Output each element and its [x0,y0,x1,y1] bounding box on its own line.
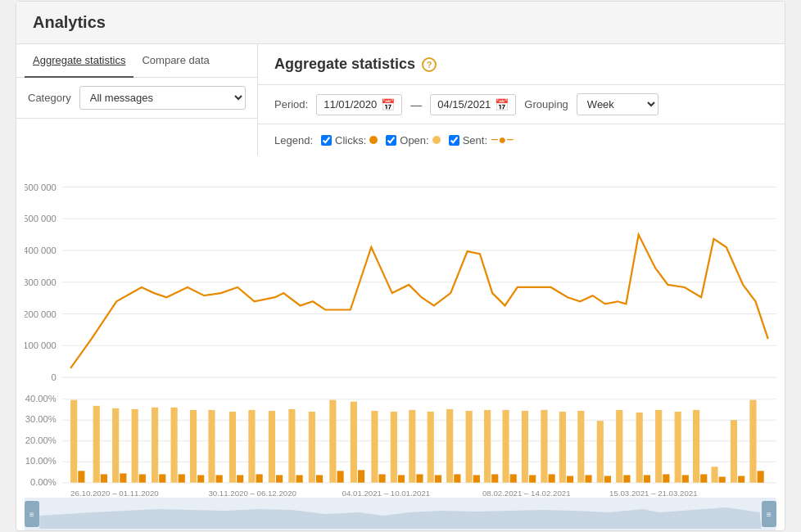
date-start-value: 11/01/2020 [324,98,377,110]
bar-open-21 [466,411,473,483]
svg-text:08.02.2021 – 14.02.2021: 08.02.2021 – 14.02.2021 [482,489,571,498]
bar-click-10 [256,474,263,482]
bar-click-2 [101,474,107,482]
legend-open-label: Open: [400,134,428,147]
bar-click-31 [663,474,669,482]
bar-open-1 [70,400,77,483]
bar-click-6 [179,474,185,482]
bar-click-32 [682,475,689,482]
bar-open-4 [132,409,138,483]
top-bar: Aggregate statistics Compare data Catego… [16,44,785,156]
bar-click-5 [159,474,165,482]
app-title: Analytics [33,13,768,32]
scrollbar-right-icon: ≡ [767,510,772,519]
svg-text:40.00%: 40.00% [25,394,57,404]
bar-click-21 [473,475,480,482]
bar-click-13 [316,475,323,482]
bar-open-16 [371,411,378,483]
sent-line [70,235,768,368]
bar-open-34 [711,467,717,482]
tab-aggregate-statistics[interactable]: Aggregate statistics [25,44,134,78]
controls-legend-row: Legend: Clicks: Open: Sent: −●− [258,124,785,156]
svg-text:20.00%: 20.00% [25,435,57,445]
bar-click-35 [738,476,744,482]
svg-text:30.00%: 30.00% [25,414,57,424]
category-label: Category [28,92,71,104]
period-label: Period: [274,98,308,110]
bar-click-8 [216,475,223,482]
legend-open: Open: [386,134,440,147]
bar-click-15 [358,470,364,482]
calendar-start-icon: 📅 [381,98,395,111]
bar-click-25 [549,474,555,482]
date-separator: — [410,98,422,111]
bar-click-16 [378,474,385,482]
bar-click-36 [758,471,764,482]
svg-text:26.10.2020 – 01.11.2020: 26.10.2020 – 01.11.2020 [70,489,159,498]
bar-click-34 [719,477,726,483]
bar-open-13 [309,412,315,483]
bar-open-17 [391,412,397,483]
bar-click-22 [491,474,498,482]
bar-click-11 [276,475,283,482]
svg-text:0: 0 [52,372,57,382]
bar-open-11 [269,411,275,483]
bar-open-15 [351,402,357,483]
svg-text:200 000: 200 000 [25,309,57,319]
bar-click-9 [237,475,243,482]
grouping-select[interactable]: Day Week Month [577,93,658,115]
scrollbar-handle-left[interactable]: ≡ [25,501,39,527]
date-end-input[interactable]: 04/15/2021 📅 [430,94,516,115]
app-container: Analytics Aggregate statistics Compare d… [16,1,785,531]
scrollbar-left-icon: ≡ [29,510,34,519]
bar-open-9 [229,412,236,483]
bar-open-6 [171,408,178,483]
bar-open-19 [428,412,434,483]
bar-click-7 [197,475,204,482]
svg-text:600 000: 600 000 [25,183,57,192]
bar-click-4 [139,474,146,482]
bar-click-19 [435,475,441,482]
category-select[interactable]: All messages Newsletters Transactional [79,86,246,110]
page-title: Aggregate statistics [274,56,415,73]
legend-clicks-label: Clicks: [335,134,366,147]
legend-sent-label: Sent: [463,134,487,147]
bar-open-14 [329,400,336,483]
svg-text:15.03.2021 – 21.03.2021: 15.03.2021 – 21.03.2021 [609,489,698,498]
legend-sent-checkbox[interactable] [449,135,459,146]
bar-open-3 [112,408,119,483]
bar-open-26 [559,412,566,483]
legend-open-dot [432,136,441,144]
legend-open-checkbox[interactable] [386,135,396,146]
bar-click-30 [644,475,650,482]
bar-click-23 [510,474,517,482]
app-header: Analytics [16,2,785,44]
bar-click-27 [585,475,591,482]
bar-open-28 [597,421,604,482]
bar-click-33 [700,474,707,482]
help-icon[interactable]: ? [422,57,437,72]
bar-open-20 [446,409,453,483]
date-start-input[interactable]: 11/01/2020 📅 [316,94,402,115]
sidebar-tabs: Aggregate statistics Compare data [16,44,257,78]
bar-open-10 [248,410,255,483]
bar-click-20 [454,474,460,482]
bar-click-29 [623,475,630,482]
svg-text:10.00%: 10.00% [25,456,57,466]
main-chart-svg: 600 000 500 000 400 000 300 000 200 000 … [25,164,776,498]
bar-open-2 [93,406,100,483]
svg-text:500 000: 500 000 [25,214,57,223]
tab-compare-data[interactable]: Compare data [134,44,217,78]
date-end-value: 04/15/2021 [437,98,491,110]
bar-click-12 [296,475,303,482]
bar-click-24 [529,475,536,482]
legend-sent: Sent: −●− [449,133,514,147]
chart-container: 600 000 500 000 400 000 300 000 200 000 … [16,156,785,498]
scrollbar-handle-right[interactable]: ≡ [762,501,776,527]
legend-clicks-checkbox[interactable] [321,135,332,146]
bar-click-14 [337,471,343,482]
svg-text:100 000: 100 000 [25,340,57,350]
bar-open-5 [152,408,158,483]
grouping-label: Grouping [524,98,568,110]
bar-click-28 [604,476,611,482]
